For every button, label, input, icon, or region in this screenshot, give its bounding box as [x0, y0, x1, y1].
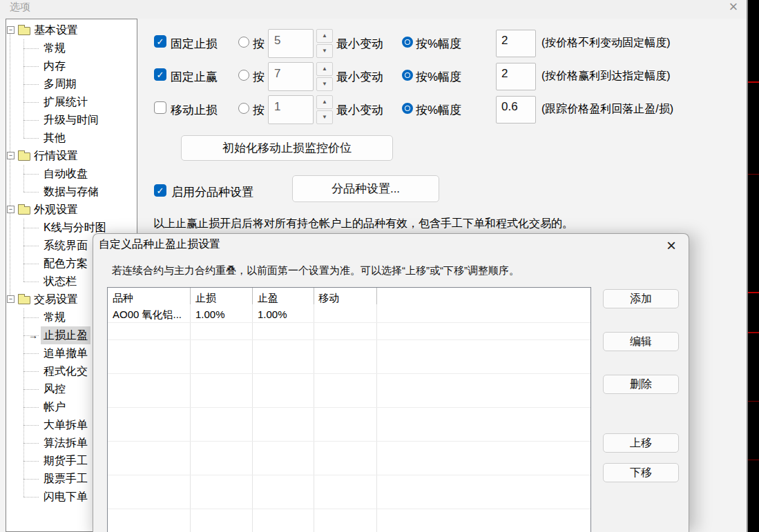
column-header-trailing[interactable]: 移动 [318, 292, 339, 305]
by-points-radio[interactable] [238, 103, 249, 114]
percent-input[interactable]: 2 [496, 30, 536, 57]
window-title: 选项 [10, 1, 30, 14]
spin-up-icon[interactable]: ▲ [316, 62, 333, 76]
footer-note: 以上止赢止损开启后将对所有持仓帐户上的品种有效，包含手工下单和程式化交易的。 [153, 217, 573, 231]
background-chart-red-line [748, 401, 759, 402]
by-percent-label: 按%幅度 [416, 102, 461, 118]
delete-button[interactable]: 删除 [603, 375, 679, 394]
tree-label: 股票手工 [44, 470, 88, 488]
expander-minus-icon[interactable]: − [7, 26, 15, 34]
tree-label: 外观设置 [34, 201, 78, 219]
tree-group-market: − 行情设置 自动收盘 数据与存储 [6, 147, 137, 201]
edit-button[interactable]: 编辑 [603, 332, 679, 351]
check-icon: ✓ [155, 185, 166, 196]
min-change-label: 最小变动 [336, 36, 383, 52]
trailing-stoploss-row: 移动止损 按 1 ▲ ▼ 最小变动 按%幅度 0.6 (跟踪价格盈利回落止盈/损… [0, 94, 746, 128]
by-points-label: 按 [253, 69, 265, 85]
fixed-takeprofit-label: 固定止赢 [171, 69, 218, 85]
window-close-icon[interactable]: × [721, 0, 746, 17]
points-spinner: ▲ ▼ [316, 29, 333, 58]
tree-label: 闪电下单 [44, 488, 88, 506]
points-input[interactable]: 7 [268, 62, 314, 91]
background-chart-red-line [748, 81, 759, 83]
by-points-radio[interactable] [238, 37, 249, 48]
by-points-label: 按 [253, 36, 265, 52]
points-spinner: ▲ ▼ [316, 62, 333, 91]
background-app-strip [748, 0, 759, 532]
tree-label: 交易设置 [34, 290, 78, 308]
tree-label: 配色方案 [44, 255, 88, 273]
trailing-stoploss-label: 移动止损 [171, 102, 218, 118]
spin-down-icon[interactable]: ▼ [316, 44, 333, 58]
per-symbol-settings-button[interactable]: 分品种设置... [292, 175, 439, 202]
column-header-stoploss[interactable]: 止损 [195, 292, 216, 305]
by-percent-radio[interactable] [402, 70, 413, 81]
min-change-label: 最小变动 [336, 69, 383, 85]
by-points-radio[interactable] [238, 70, 249, 81]
tree-label: 系统界面 [44, 237, 88, 255]
tree-label: 算法拆单 [44, 434, 88, 452]
fixed-takeprofit-row: ✓ 固定止赢 按 7 ▲ ▼ 最小变动 按%幅度 2 (按价格赢利到达指定幅度) [0, 61, 746, 95]
by-points-label: 按 [253, 102, 265, 118]
points-spinner: ▲ ▼ [316, 95, 333, 124]
spin-down-icon[interactable]: ▼ [316, 110, 333, 124]
folder-icon [18, 152, 30, 161]
tree-label: 状态栏 [44, 273, 77, 290]
dialog-title: 自定义品种止盈止损设置 [99, 237, 220, 252]
fixed-stoploss-checkbox[interactable]: ✓ [154, 35, 166, 48]
tree-label: 风控 [44, 380, 66, 398]
symbol-settings-table[interactable]: 品种 止损 止盈 移动 AO00 氧化铝... 1.00% 1.00% [107, 287, 591, 532]
tree-node-appearance-settings[interactable]: − 外观设置 [6, 201, 137, 219]
move-up-button[interactable]: 上移 [603, 433, 679, 453]
background-chart-red-line [748, 292, 759, 293]
points-input[interactable]: 1 [268, 95, 314, 124]
background-chart-red-line [748, 332, 759, 333]
tree-label: 止损止盈 [41, 326, 90, 344]
tree-label: 其他 [44, 129, 66, 147]
fixed-stoploss-label: 固定止损 [171, 36, 218, 52]
table-grid-lines [108, 306, 590, 532]
expander-minus-icon[interactable]: − [7, 295, 15, 303]
expander-minus-icon[interactable]: − [7, 152, 15, 159]
fixed-takeprofit-checkbox[interactable]: ✓ [154, 68, 166, 81]
column-header-takeprofit[interactable]: 止盈 [258, 292, 278, 305]
expander-minus-icon[interactable]: − [7, 206, 15, 213]
tree-label: 常规 [44, 308, 66, 326]
screen: 选项 × − 基本设置 常规 内存 多周期 扩展统计 升级与时间 其他 [0, 0, 759, 532]
dialog-close-icon[interactable]: × [660, 235, 683, 256]
check-icon: ✓ [155, 36, 166, 47]
check-icon: ✓ [155, 69, 166, 80]
tree-label: 帐户 [44, 398, 66, 416]
tree-node-market-settings[interactable]: − 行情设置 [6, 147, 137, 165]
tree-label: 自动收盘 [44, 165, 88, 183]
by-percent-radio[interactable] [402, 37, 413, 48]
tree-label: 追单撤单 [44, 344, 88, 362]
init-trailing-monitor-button[interactable]: 初始化移动止损监控价位 [181, 135, 393, 161]
custom-symbol-stop-dialog: 自定义品种止盈止损设置 × 若连续合约与主力合约重叠，以前面第一个设置为准。可以… [93, 233, 689, 532]
percent-input[interactable]: 0.6 [496, 96, 536, 124]
move-down-button[interactable]: 下移 [603, 463, 679, 482]
tree-label: 期货手工 [44, 452, 88, 470]
enable-per-symbol-checkbox[interactable]: ✓ [154, 184, 166, 197]
tree-item-shujucunchu[interactable]: 数据与存储 [6, 183, 137, 201]
by-percent-label: 按%幅度 [416, 36, 461, 52]
table-row[interactable]: AO00 氧化铝... 1.00% 1.00% [108, 306, 590, 323]
trailing-stoploss-checkbox[interactable] [154, 101, 166, 114]
tree-item-qita[interactable]: 其他 [6, 129, 137, 147]
cell-symbol: AO00 氧化铝... [113, 308, 182, 322]
tree-item-zidongshoupan[interactable]: 自动收盘 [6, 165, 137, 183]
selected-arrow-icon: → [28, 326, 38, 344]
add-button[interactable]: 添加 [603, 289, 679, 308]
cell-stoploss: 1.00% [195, 308, 225, 320]
tree-label: 行情设置 [34, 147, 78, 165]
spin-up-icon[interactable]: ▲ [316, 95, 333, 109]
spin-down-icon[interactable]: ▼ [316, 77, 333, 91]
by-percent-radio[interactable] [402, 103, 413, 114]
points-input[interactable]: 5 [268, 29, 314, 58]
spin-up-icon[interactable]: ▲ [316, 29, 333, 43]
cell-takeprofit: 1.00% [258, 308, 287, 320]
column-header-symbol[interactable]: 品种 [113, 292, 133, 305]
tree-label: 数据与存储 [44, 183, 99, 201]
percent-input[interactable]: 2 [496, 63, 536, 90]
background-chart-red-line [748, 174, 759, 175]
